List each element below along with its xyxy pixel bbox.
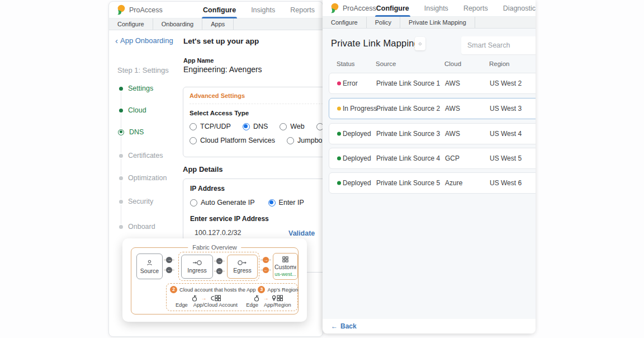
step-settings[interactable]: Settings	[117, 84, 153, 92]
table-row[interactable]: Deployed Private Link Source 5 Azure US …	[329, 172, 536, 194]
back-button[interactable]: ← Back	[331, 322, 357, 330]
row-status: Deployed	[343, 154, 371, 162]
radio-web[interactable]: Web	[280, 123, 304, 130]
radio-label: Enter IP	[279, 199, 304, 206]
tab-reports[interactable]: Reports	[463, 0, 488, 17]
fabric-overview-popup: Fabric Overview Source → ←	[122, 238, 307, 322]
advanced-settings-title: Advanced Settings	[190, 92, 323, 99]
step-dot	[119, 225, 123, 229]
link-egress-customer: → ←	[261, 257, 273, 273]
egress-icon	[238, 260, 247, 266]
step-optimization[interactable]: Optimization	[117, 174, 167, 182]
mapping-title: Private Link Mappingβ	[331, 38, 422, 49]
subtab-onboarding[interactable]: Onboarding	[153, 18, 203, 30]
pin-grid-icon	[272, 295, 283, 302]
proaccess-brand: ProAccess	[330, 3, 376, 13]
proaccess-logo-icon	[117, 4, 125, 15]
step-certificates[interactable]: Certificates	[117, 152, 163, 159]
tab-insights[interactable]: Insights	[424, 0, 448, 17]
node-customer: Customer... us-west...	[273, 253, 298, 280]
arrow-right-icon: →	[166, 257, 172, 263]
left-nav-tabs: Configure Insights Reports	[203, 2, 315, 18]
tab-insights[interactable]: Insights	[251, 2, 275, 18]
radio-label: Auto Generate IP	[201, 199, 255, 206]
tab-configure[interactable]: Configure	[376, 0, 409, 17]
legend-titles: 2 Cloud account that hosts the App 3 App…	[170, 286, 294, 293]
row-cloud: AWS	[445, 105, 460, 112]
table-row[interactable]: In Progress Private Link Source 2 AWS US…	[329, 98, 536, 119]
app-name-value: Engineering: Avengers	[183, 65, 262, 74]
row-region: US West 2	[490, 79, 522, 87]
edge-icon	[192, 295, 197, 302]
row-region: US West 4	[490, 130, 522, 138]
step-onboard[interactable]: Onboard	[117, 223, 155, 231]
radio-dns[interactable]: DNS	[243, 123, 268, 130]
subtab-policy[interactable]: Policy	[367, 17, 400, 28]
node-label: Source	[140, 267, 159, 274]
brand-name: ProAccess	[129, 6, 163, 14]
radio-icon	[280, 123, 287, 130]
grid-icon	[282, 256, 288, 262]
table-row[interactable]: Deployed Private Link Source 4 GCP US We…	[329, 148, 536, 169]
screen: ProAccess Configure Insights Reports Con…	[0, 0, 644, 338]
app-name-label: App Name	[183, 57, 214, 64]
node-source: Source	[136, 254, 163, 279]
legend-label-app-region: App/Region	[264, 302, 291, 308]
status-dot	[337, 181, 341, 185]
node-label: Egress	[233, 267, 252, 274]
step-dot	[119, 87, 123, 91]
legend-label-edge: Edge	[246, 302, 258, 308]
subtab-apps[interactable]: Apps	[202, 18, 234, 30]
col-region: Region	[489, 60, 509, 67]
radio-tcp-udp[interactable]: TCP/UDP	[190, 123, 231, 130]
status-dot	[337, 157, 341, 161]
radio-auto-generate-ip[interactable]: Auto Generate IP	[190, 199, 255, 206]
step-label: Optimization	[128, 174, 167, 182]
step-heading: Step 1: Settings	[117, 66, 169, 74]
tab-configure[interactable]: Configure	[203, 2, 236, 18]
status-dot	[337, 82, 341, 86]
subtab-configure[interactable]: Configure	[323, 17, 367, 28]
row-source: Private Link Source 4	[376, 154, 440, 162]
right-window-header: ProAccess Configure Insights Reports Dia…	[323, 0, 536, 17]
smart-search-input[interactable]	[461, 36, 536, 54]
legend-text-cloud-account: Cloud account that hosts the App	[179, 287, 255, 293]
node-ingress: Ingress	[181, 255, 213, 279]
select-access-type-label: Select Access Type	[190, 110, 323, 116]
right-nav-tabs: Configure Insights Reports Diagnostics	[376, 0, 536, 17]
radio-enter-ip[interactable]: Enter IP	[268, 199, 304, 206]
step-cloud[interactable]: Cloud	[117, 106, 146, 114]
legend-badge-3: 3	[258, 286, 265, 293]
back-to-app-onboarding-link[interactable]: ‹ App Onboarding	[115, 36, 173, 45]
access-type-row-1: TCP/UDP DNS Web Citrix	[190, 123, 323, 130]
proaccess-brand: ProAccess	[117, 4, 163, 15]
radio-jumpbox[interactable]: Jumpbox	[287, 137, 323, 144]
row-source: Private Link Source 2	[376, 105, 440, 112]
col-status: Status	[337, 60, 355, 67]
legend-groups: → Edge App/Cloud Account	[170, 295, 294, 308]
radio-icon	[243, 123, 250, 130]
step-security[interactable]: Security	[117, 198, 153, 205]
title-indicator-chip[interactable]	[415, 37, 425, 50]
step-dns[interactable]: DNS	[117, 128, 144, 136]
row-cloud: Azure	[445, 179, 462, 187]
tab-diagnostics[interactable]: Diagnostics	[503, 0, 536, 17]
step-label: Onboard	[128, 223, 155, 231]
radio-icon	[190, 199, 197, 206]
subtab-private-link-mapping[interactable]: Private Link Mapping	[400, 17, 475, 28]
subtab-configure[interactable]: Configure	[109, 18, 153, 30]
arrow-left-icon: ←	[331, 322, 338, 330]
step-label: Certificates	[128, 152, 163, 159]
fabric-legend: 2 Cloud account that hosts the App 3 App…	[166, 283, 298, 311]
arrow-left-icon: ←	[263, 267, 269, 273]
tab-reports[interactable]: Reports	[290, 2, 315, 18]
arrow-right-icon: →	[201, 295, 206, 301]
step-dot	[118, 129, 124, 135]
row-region: US West 6	[490, 179, 522, 187]
table-row[interactable]: Deployed Private Link Source 3 AWS US We…	[329, 123, 536, 144]
legend-group-apps-region: → Edge App/Reg	[243, 295, 294, 308]
step-dot	[119, 176, 123, 180]
radio-cloud-platform-services[interactable]: Cloud Platform Services	[190, 137, 275, 144]
table-row[interactable]: Error Private Link Source 1 AWS US West …	[329, 73, 536, 94]
row-region: US West 3	[490, 105, 522, 112]
